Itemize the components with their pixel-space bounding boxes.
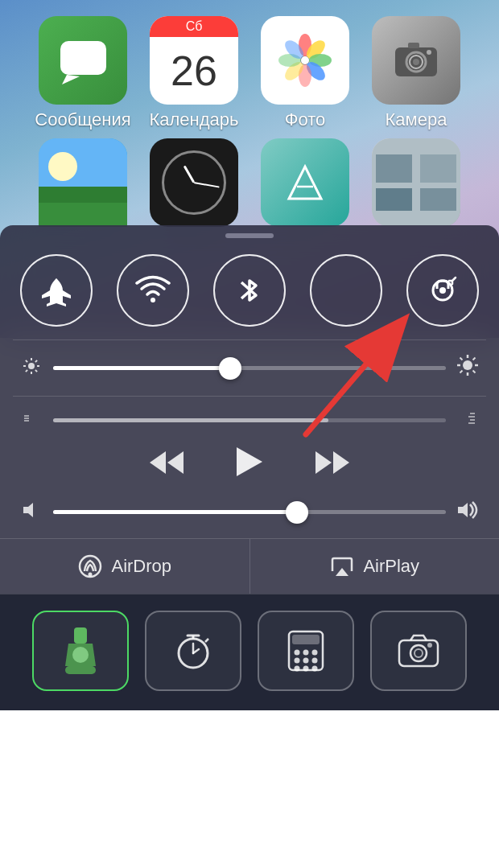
brightness-thumb[interactable]: [219, 357, 241, 380]
svg-marker-57: [150, 451, 166, 474]
donotdisturb-toggle[interactable]: [310, 254, 382, 327]
airplane-toggle[interactable]: [20, 254, 93, 327]
svg-line-46: [460, 358, 463, 360]
volume-low-icon: [19, 500, 43, 524]
svg-line-48: [473, 358, 476, 360]
app-calendar[interactable]: Сб 26 Календарь: [146, 16, 242, 130]
svg-rect-16: [408, 43, 419, 48]
timer-button[interactable]: [145, 611, 241, 691]
svg-marker-1: [62, 75, 80, 84]
secondary-slider-row: [0, 397, 499, 438]
volume-track[interactable]: [53, 510, 446, 514]
brightness-slider-row: [0, 340, 499, 396]
svg-point-29: [151, 298, 155, 302]
app-row2-3: [257, 138, 353, 227]
svg-point-84: [312, 658, 318, 664]
airplay-icon: [329, 553, 355, 579]
bluetooth-toggle[interactable]: [213, 254, 286, 327]
svg-line-40: [26, 370, 27, 372]
svg-rect-69: [65, 666, 96, 674]
volume-fill: [53, 510, 297, 514]
svg-point-91: [427, 643, 432, 648]
svg-rect-25: [376, 154, 412, 183]
svg-point-82: [295, 658, 300, 664]
app-camera-icon: [372, 16, 460, 105]
svg-rect-27: [376, 188, 412, 211]
rotation-toggle[interactable]: [406, 254, 479, 327]
calculator-button[interactable]: [258, 611, 354, 691]
media-controls: [0, 438, 499, 497]
svg-marker-58: [167, 451, 184, 474]
drag-handle[interactable]: [225, 233, 274, 238]
svg-point-15: [413, 59, 419, 65]
secondary-track[interactable]: [53, 418, 446, 422]
svg-marker-59: [237, 447, 262, 476]
camera-tool-icon: [398, 632, 439, 669]
airdrop-label: AirDrop: [111, 556, 171, 577]
brightness-high-icon: [456, 353, 480, 383]
brightness-fill: [53, 366, 230, 370]
svg-marker-63: [458, 503, 468, 517]
airplay-label: AirPlay: [363, 556, 419, 577]
airdrop-button[interactable]: AirDrop: [0, 539, 250, 594]
rewind-button[interactable]: [146, 448, 187, 483]
svg-point-80: [303, 650, 309, 656]
calculator-icon: [287, 630, 324, 672]
app-row2-4: [368, 138, 464, 227]
svg-point-81: [312, 650, 318, 656]
svg-line-37: [26, 360, 27, 362]
app-camera-label: Камера: [386, 109, 447, 130]
fastforward-button[interactable]: [312, 448, 353, 483]
volume-thumb[interactable]: [286, 501, 308, 524]
svg-point-32: [28, 363, 35, 369]
svg-point-65: [89, 573, 93, 577]
svg-marker-62: [23, 503, 33, 517]
control-center: AirDrop AirPlay: [0, 225, 499, 710]
calendar-day-num: 26: [150, 37, 238, 105]
svg-line-47: [473, 371, 476, 373]
app-messages-icon: [39, 16, 127, 105]
svg-marker-61: [333, 451, 349, 474]
svg-point-31: [439, 287, 446, 294]
svg-rect-28: [420, 188, 456, 211]
flashlight-button[interactable]: [32, 611, 129, 691]
svg-line-49: [460, 371, 463, 373]
svg-rect-67: [74, 627, 87, 644]
svg-marker-66: [336, 568, 348, 576]
bottom-toolbar: [0, 594, 499, 710]
svg-marker-60: [315, 451, 332, 474]
airdrop-airplay-row: AirDrop AirPlay: [0, 538, 499, 594]
secondary-fill: [53, 418, 328, 422]
calendar-day-abbr: Сб: [150, 16, 238, 37]
secondary-high-icon: [456, 409, 480, 431]
volume-high-icon: [456, 500, 480, 524]
camera-tool-button[interactable]: [370, 611, 467, 691]
svg-point-86: [303, 666, 309, 672]
timer-icon: [173, 631, 213, 671]
svg-line-39: [35, 360, 37, 362]
svg-point-79: [295, 650, 300, 656]
play-button[interactable]: [235, 446, 264, 484]
app-calendar-icon: Сб 26: [150, 16, 238, 105]
app-photos[interactable]: Фото: [257, 16, 353, 130]
svg-rect-0: [60, 41, 106, 75]
brightness-low-icon: [19, 356, 43, 380]
svg-point-41: [463, 360, 472, 370]
svg-point-87: [312, 666, 318, 672]
app-messages[interactable]: Сообщения: [35, 16, 131, 130]
airplay-button[interactable]: AirPlay: [250, 539, 500, 594]
svg-point-70: [72, 647, 89, 663]
svg-rect-78: [292, 635, 320, 644]
svg-rect-26: [420, 154, 456, 183]
svg-point-83: [303, 658, 309, 664]
svg-point-90: [414, 649, 423, 657]
app-camera[interactable]: Камера: [368, 16, 464, 130]
svg-point-85: [295, 666, 300, 672]
wifi-toggle[interactable]: [117, 254, 189, 327]
brightness-track[interactable]: [53, 366, 446, 370]
svg-line-38: [35, 370, 37, 372]
app-photos-icon: [261, 16, 349, 105]
svg-rect-22: [39, 138, 127, 227]
svg-line-76: [205, 639, 208, 642]
svg-point-11: [301, 56, 309, 64]
